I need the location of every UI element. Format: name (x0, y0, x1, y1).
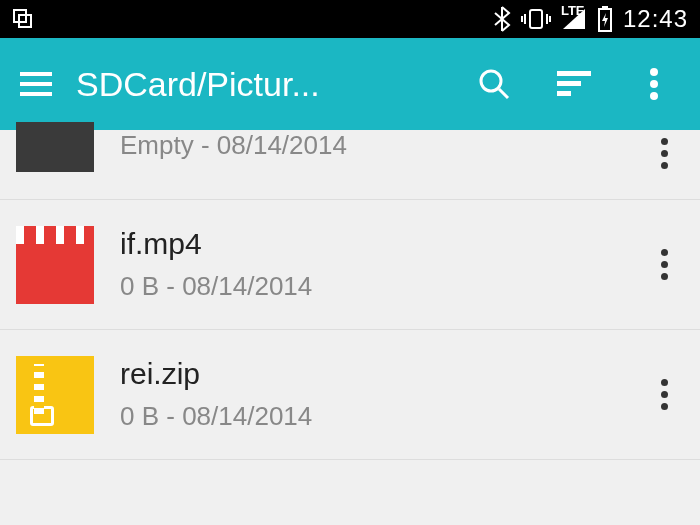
action-icons (474, 64, 684, 104)
overflow-menu-button[interactable] (634, 64, 674, 104)
svg-point-14 (650, 80, 658, 88)
file-name: if.mp4 (120, 227, 644, 261)
search-button[interactable] (474, 64, 514, 104)
svg-rect-12 (557, 91, 571, 96)
item-menu-button[interactable] (644, 371, 684, 418)
file-info: Empty - 08/14/2014 (120, 130, 684, 161)
archive-file-icon (16, 356, 94, 434)
file-info: if.mp4 0 B - 08/14/2014 (120, 227, 644, 302)
file-meta: 0 B - 08/14/2014 (120, 271, 644, 302)
list-item[interactable]: rei.zip 0 B - 08/14/2014 (0, 330, 700, 460)
svg-point-13 (650, 68, 658, 76)
list-item[interactable]: if.mp4 0 B - 08/14/2014 (0, 200, 700, 330)
svg-rect-7 (20, 92, 52, 96)
vibrate-icon (521, 7, 551, 31)
app-notification-icon (12, 8, 34, 30)
clock: 12:43 (623, 5, 688, 33)
file-meta: 0 B - 08/14/2014 (120, 401, 644, 432)
sort-button[interactable] (554, 64, 594, 104)
list-item[interactable]: Empty - 08/14/2014 (0, 130, 700, 200)
video-file-icon (16, 226, 94, 304)
bluetooth-icon (493, 6, 511, 32)
signal-icon: LTE (561, 7, 587, 31)
status-bar: LTE 12:43 (0, 0, 700, 38)
status-left (12, 8, 34, 30)
file-meta: Empty - 08/14/2014 (120, 130, 684, 161)
item-menu-button[interactable] (644, 241, 684, 288)
svg-point-15 (650, 92, 658, 100)
svg-rect-10 (557, 71, 591, 76)
action-bar: SDCard/Pictur... (0, 38, 700, 130)
breadcrumb[interactable]: SDCard/Pictur... (76, 65, 386, 104)
file-info: rei.zip 0 B - 08/14/2014 (120, 357, 644, 432)
svg-rect-4 (602, 6, 608, 9)
menu-button[interactable] (16, 64, 56, 104)
svg-point-8 (481, 71, 501, 91)
svg-rect-5 (20, 72, 52, 76)
svg-rect-6 (20, 82, 52, 86)
svg-line-9 (499, 89, 508, 98)
file-list: Empty - 08/14/2014 if.mp4 0 B - 08/14/20… (0, 130, 700, 460)
item-menu-button[interactable] (644, 130, 684, 177)
battery-charging-icon (597, 6, 613, 32)
folder-icon (16, 122, 94, 172)
file-name: rei.zip (120, 357, 644, 391)
network-label: LTE (561, 3, 585, 18)
status-right: LTE 12:43 (493, 5, 688, 33)
svg-rect-2 (530, 10, 542, 28)
svg-rect-11 (557, 81, 581, 86)
